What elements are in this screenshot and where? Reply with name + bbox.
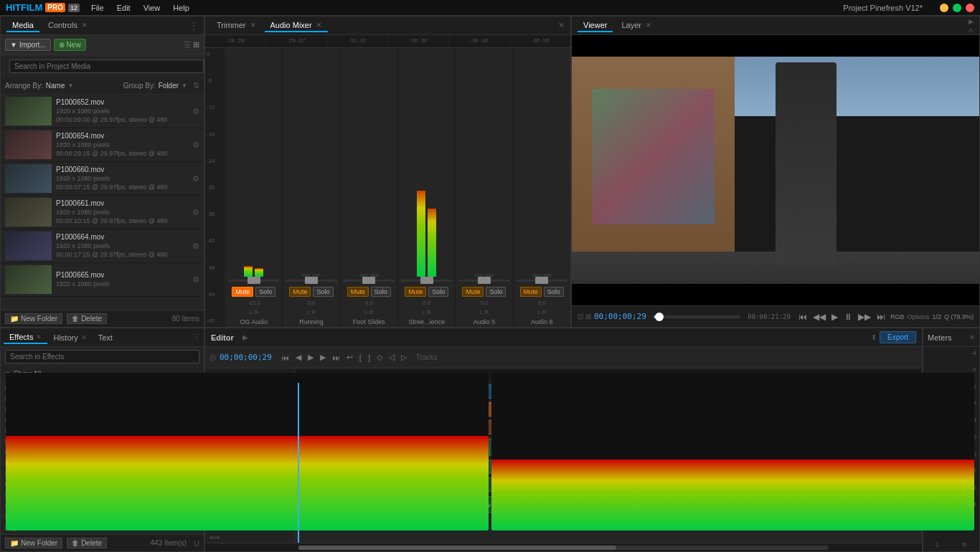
editor-add-marker-btn[interactable]: ◇ [374, 351, 385, 363]
mute-button-6[interactable]: Mute [520, 287, 542, 297]
viewer-fraction[interactable]: 1/2 [932, 313, 941, 320]
progress-handle[interactable] [655, 313, 664, 321]
tab-text[interactable]: Text [93, 332, 118, 343]
list-item[interactable]: P1000665.mov 1920 x 1080 pixels ⚙ [1, 263, 204, 297]
export-button[interactable]: Export [880, 331, 916, 343]
fader-handle-3[interactable] [362, 277, 375, 284]
effects-new-folder-button[interactable]: 📁 New Folder [5, 538, 62, 548]
list-view-icon[interactable]: ☰ [184, 40, 191, 49]
tab-controls[interactable]: Controls ✕ [42, 19, 93, 32]
snap-icon[interactable]: ◎ [209, 353, 217, 362]
maximize-button[interactable] [953, 4, 961, 12]
media-settings-icon[interactable]: ⚙ [192, 141, 199, 150]
viewer-safe-icon[interactable]: ⊡ [578, 313, 583, 320]
editor-to-end-btn[interactable]: ⏭ [330, 351, 342, 363]
delete-button[interactable]: 🗑 Delete [67, 313, 107, 324]
timeline-playhead[interactable] [298, 383, 299, 543]
tab-media[interactable]: Media [6, 19, 39, 32]
solo-button-6[interactable]: Solo [544, 287, 564, 297]
editor-play-btn[interactable]: ▶ [306, 351, 316, 363]
fader-handle-5[interactable] [478, 277, 491, 284]
close-button[interactable] [966, 4, 974, 12]
group-dropdown-icon[interactable]: ▼ [182, 82, 187, 89]
editor-mode-icon[interactable]: ▶ [242, 333, 248, 341]
media-settings-icon[interactable]: ⚙ [192, 242, 199, 251]
menu-view[interactable]: View [141, 2, 164, 14]
solo-button-4[interactable]: Solo [428, 287, 448, 297]
editor-timecode[interactable]: 00;00;00;29 [220, 353, 272, 362]
grid-view-icon[interactable]: ⊞ [193, 40, 199, 49]
effects-panel-menu[interactable]: ⋮ [193, 333, 201, 342]
solo-button-5[interactable]: Solo [486, 287, 506, 297]
step-back-button[interactable]: ◀◀ [811, 310, 828, 323]
list-item[interactable]: P1000664.mov 1920 x 1080 pixels00:00:17:… [1, 229, 204, 263]
mixer-panel-close[interactable]: ✕ [558, 21, 565, 30]
step-fwd-button[interactable]: ▶▶ [856, 310, 873, 323]
sort-icon[interactable]: ⇅ [193, 81, 199, 90]
tab-trimmer-close[interactable]: ✕ [250, 22, 256, 29]
meters-close-button[interactable]: ✕ [969, 333, 975, 341]
menu-file[interactable]: File [88, 2, 107, 14]
timeline-h-scrollbar-thumb[interactable] [298, 546, 616, 550]
editor-loop-btn[interactable]: ↩ [344, 351, 355, 363]
fader-handle-6[interactable] [535, 277, 548, 284]
viewer-tool-icon[interactable]: A [969, 27, 974, 34]
channel-fader-track-6[interactable] [517, 280, 567, 282]
underline-icon[interactable]: U [194, 539, 199, 548]
menu-edit[interactable]: Edit [114, 2, 133, 14]
effects-delete-button[interactable]: 🗑 Delete [67, 538, 107, 548]
channel-fader-track-2[interactable] [286, 280, 336, 282]
tab-audio-mixer-close[interactable]: ✕ [316, 22, 322, 29]
fader-handle-2[interactable] [305, 277, 318, 284]
play-button[interactable]: ▶ [829, 310, 840, 323]
viewer-progress-bar[interactable] [654, 315, 740, 318]
editor-mark-in-btn[interactable]: [ [357, 351, 364, 363]
editor-mark-out-btn[interactable]: ] [366, 351, 372, 363]
tab-effects-close[interactable]: ✕ [36, 333, 42, 341]
arrange-dropdown-icon[interactable]: ▼ [68, 82, 74, 89]
tab-effects[interactable]: Effects ✕ [4, 331, 47, 344]
mute-button-3[interactable]: Mute [347, 287, 369, 297]
list-item[interactable]: P1000654.mov 1920 x 1080 pixels00:00:29:… [1, 128, 204, 162]
tab-layer-close[interactable]: ✕ [646, 22, 651, 29]
to-start-button[interactable]: ⏮ [796, 310, 809, 323]
tab-controls-close[interactable]: ✕ [82, 22, 88, 29]
tab-history-close[interactable]: ✕ [81, 334, 87, 341]
tab-viewer[interactable]: Viewer [578, 19, 613, 32]
list-item[interactable]: P1000652.mov 1920 x 1080 pixels00:00:09:… [1, 95, 204, 128]
new-folder-button[interactable]: 📁 New Folder [5, 313, 62, 324]
media-search-input[interactable] [9, 60, 204, 73]
tab-history[interactable]: History ✕ [47, 332, 92, 343]
channel-fader-track-3[interactable] [344, 280, 395, 282]
viewer-arrow-icon[interactable]: ▶ [969, 18, 974, 25]
editor-next-marker-btn[interactable]: ▷ [399, 351, 409, 363]
effects-search-input[interactable] [5, 350, 199, 363]
timeline-h-scrollbar-track[interactable] [298, 546, 829, 550]
editor-prev-frame-btn[interactable]: ◀ [293, 351, 303, 363]
minimize-button[interactable] [940, 4, 948, 12]
panel-menu-icon[interactable]: ⋮ [189, 21, 198, 31]
media-settings-icon[interactable]: ⚙ [192, 275, 199, 285]
menu-help[interactable]: Help [170, 2, 192, 14]
import-button[interactable]: ▼ Import... [5, 39, 51, 51]
editor-next-frame-btn[interactable]: ▶ [318, 351, 328, 363]
channel-fader-track-1[interactable] [228, 280, 279, 282]
solo-button-1[interactable]: Solo [255, 287, 275, 297]
solo-button-2[interactable]: Solo [313, 287, 333, 297]
tab-audio-mixer[interactable]: Audio Mixer ✕ [265, 19, 328, 32]
mute-button-4[interactable]: Mute [405, 287, 426, 297]
media-settings-icon[interactable]: ⚙ [192, 107, 199, 116]
channel-fader-track-5[interactable] [458, 280, 509, 282]
viewer-options-label[interactable]: Options [907, 313, 929, 320]
mute-button-5[interactable]: Mute [462, 287, 484, 297]
timeline-scrollbar[interactable] [205, 543, 922, 551]
pause-button[interactable]: ⏸ [842, 310, 854, 323]
fader-handle-1[interactable] [248, 277, 260, 284]
viewer-grid-icon[interactable]: ⊞ [585, 313, 591, 320]
mute-button-1[interactable]: Mute [232, 287, 253, 297]
group-value[interactable]: Folder [159, 82, 179, 90]
editor-to-start-btn[interactable]: ⏮ [279, 351, 291, 363]
new-media-button[interactable]: ⊕ New [54, 39, 86, 51]
arrange-value[interactable]: Name [46, 82, 65, 90]
fader-handle-4[interactable] [420, 277, 433, 284]
